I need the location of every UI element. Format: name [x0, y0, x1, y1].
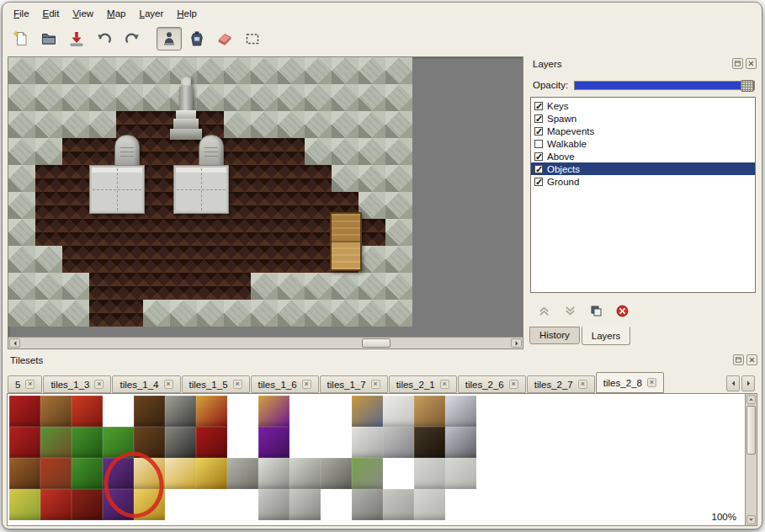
- opacity-slider[interactable]: [574, 81, 755, 90]
- tileset-tile-vase-plant[interactable]: [352, 458, 383, 489]
- floor-tile[interactable]: [170, 246, 197, 273]
- floor-tile[interactable]: [143, 111, 170, 138]
- panel-tab-history[interactable]: History: [529, 327, 580, 344]
- floor-tile[interactable]: [89, 273, 116, 300]
- new-file-button[interactable]: [8, 27, 34, 51]
- opacity-slider-handle[interactable]: [741, 80, 754, 92]
- tileset-tile-wood-dresser[interactable]: [414, 396, 445, 427]
- tileset-tile-stone-block[interactable]: [383, 489, 414, 520]
- floor-tile[interactable]: [116, 219, 143, 246]
- menu-item-help[interactable]: Help: [170, 6, 204, 21]
- tileset-tab-5[interactable]: 5×: [8, 375, 42, 393]
- tileset-tab-tiles_1_5[interactable]: tiles_1_5×: [182, 375, 250, 393]
- floor-tile[interactable]: [170, 273, 197, 300]
- tileset-tile-purple-door-top[interactable]: [103, 458, 134, 489]
- tileset-tile-red-pot[interactable]: [40, 489, 72, 520]
- floor-tile[interactable]: [143, 246, 170, 273]
- tileset-tab-tiles_2_6[interactable]: tiles_2_6×: [458, 375, 526, 393]
- floor-tile[interactable]: [35, 192, 62, 219]
- tileset-tab-tiles_2_7[interactable]: tiles_2_7×: [527, 375, 595, 393]
- map-canvas[interactable]: [8, 56, 523, 349]
- open-folder-button[interactable]: [36, 27, 61, 51]
- tileset-vscroll-thumb[interactable]: [746, 406, 756, 455]
- floor-tile[interactable]: [251, 165, 278, 192]
- tileset-tile-tall-plants[interactable]: [103, 427, 134, 458]
- floor-tile[interactable]: [170, 138, 197, 165]
- floor-tile[interactable]: [89, 300, 116, 327]
- floor-tile[interactable]: [251, 246, 278, 273]
- tileset-tile-loom[interactable]: [40, 396, 72, 427]
- tab-close-icon[interactable]: ×: [25, 380, 35, 389]
- layer-row-keys[interactable]: ✓Keys: [531, 99, 755, 112]
- layer-visibility-checkbox[interactable]: ✓: [534, 127, 543, 136]
- tileset-tile-red-banner[interactable]: [9, 396, 40, 427]
- scroll-right-arrow-icon[interactable]: [511, 338, 522, 348]
- floor-tile[interactable]: [170, 219, 197, 246]
- tileset-tile-hay-pile[interactable]: [9, 489, 40, 520]
- layer-visibility-checkbox[interactable]: ✓: [534, 114, 543, 123]
- move-layer-up-button[interactable]: [535, 302, 552, 319]
- tab-close-icon[interactable]: ×: [509, 380, 518, 389]
- floor-tile[interactable]: [143, 192, 170, 219]
- tileset-tile-armor-statue-top[interactable]: [445, 396, 476, 427]
- tileset-tile-banner-emblem[interactable]: [9, 427, 40, 458]
- floor-tile[interactable]: [116, 300, 143, 327]
- select-tool-button[interactable]: [240, 27, 265, 51]
- scroll-down-arrow-icon[interactable]: [746, 515, 756, 524]
- tileset-tab-tiles_1_6[interactable]: tiles_1_6×: [251, 375, 319, 393]
- tab-close-icon[interactable]: ×: [647, 378, 656, 387]
- tileset-tile-praying-statue[interactable]: [258, 458, 290, 489]
- floor-tile[interactable]: [62, 192, 89, 219]
- layer-visibility-checkbox[interactable]: ✓: [534, 178, 543, 186]
- floor-tile[interactable]: [89, 246, 116, 273]
- tileset-tile-cabinet-top[interactable]: [134, 396, 165, 427]
- tab-close-icon[interactable]: ×: [94, 380, 104, 389]
- layer-visibility-checkbox[interactable]: ✓: [534, 102, 543, 110]
- floor-tile[interactable]: [305, 165, 332, 192]
- tab-close-icon[interactable]: ×: [578, 380, 587, 389]
- redo-button[interactable]: [120, 27, 145, 51]
- tileset-tile-red-throne-bottom[interactable]: [196, 427, 227, 458]
- tileset-tile-stone-arch[interactable]: [165, 396, 196, 427]
- tileset-tab-tiles_2_1[interactable]: tiles_2_1×: [389, 375, 457, 393]
- tileset-tile-gold-pile[interactable]: [196, 458, 227, 489]
- tab-close-icon[interactable]: ×: [440, 380, 449, 389]
- tileset-vertical-scrollbar[interactable]: [745, 394, 757, 525]
- layer-visibility-checkbox[interactable]: [534, 140, 543, 148]
- tileset-tile-purple-throne-top[interactable]: [258, 396, 290, 427]
- layer-row-objects[interactable]: ✓Objects: [531, 162, 755, 175]
- map-content[interactable]: [8, 57, 412, 327]
- map-object-statue[interactable]: [168, 74, 204, 140]
- floor-tile[interactable]: [116, 246, 143, 273]
- tileset-tile-gargoyle[interactable]: [321, 458, 352, 489]
- floor-tile[interactable]: [62, 138, 89, 165]
- close-panel-button[interactable]: [746, 354, 757, 365]
- eraser-tool-button[interactable]: [212, 27, 237, 51]
- floor-tile[interactable]: [305, 246, 332, 273]
- map-object-altar[interactable]: [173, 165, 229, 214]
- delete-layer-button[interactable]: [614, 302, 630, 319]
- tileset-tile-boulder[interactable]: [227, 458, 258, 489]
- tileset-tile-dark-orb[interactable]: [72, 489, 103, 520]
- layer-row-mapevents[interactable]: ✓Mapevents: [531, 125, 755, 137]
- panel-tab-layers[interactable]: Layers: [582, 327, 631, 345]
- tileset-tile-plant[interactable]: [72, 427, 103, 458]
- tileset-tile-red-throne-top[interactable]: [196, 396, 227, 427]
- floor-tile[interactable]: [143, 219, 170, 246]
- floor-tile[interactable]: [224, 273, 251, 300]
- tileset-tile-portrait-frame[interactable]: [352, 396, 383, 427]
- tileset-tile-stone-tiles[interactable]: [445, 458, 476, 489]
- menu-item-view[interactable]: View: [66, 6, 100, 21]
- layer-visibility-checkbox[interactable]: ✓: [534, 165, 543, 173]
- tileset-tile-gold-handle[interactable]: [134, 489, 165, 520]
- layer-row-ground[interactable]: ✓Ground: [531, 175, 755, 188]
- floor-tile[interactable]: [197, 246, 224, 273]
- tileset-tile-statue-base[interactable]: [290, 489, 321, 520]
- floor-tile[interactable]: [89, 138, 116, 165]
- layer-row-walkable[interactable]: Walkable: [531, 137, 755, 150]
- tab-close-icon[interactable]: ×: [164, 380, 173, 389]
- tileset-tab-tiles_1_4[interactable]: tiles_1_4×: [112, 375, 180, 393]
- float-panel-button[interactable]: [732, 58, 743, 69]
- tileset-tile-gold-key[interactable]: [134, 458, 165, 489]
- map-object-altar[interactable]: [89, 165, 145, 214]
